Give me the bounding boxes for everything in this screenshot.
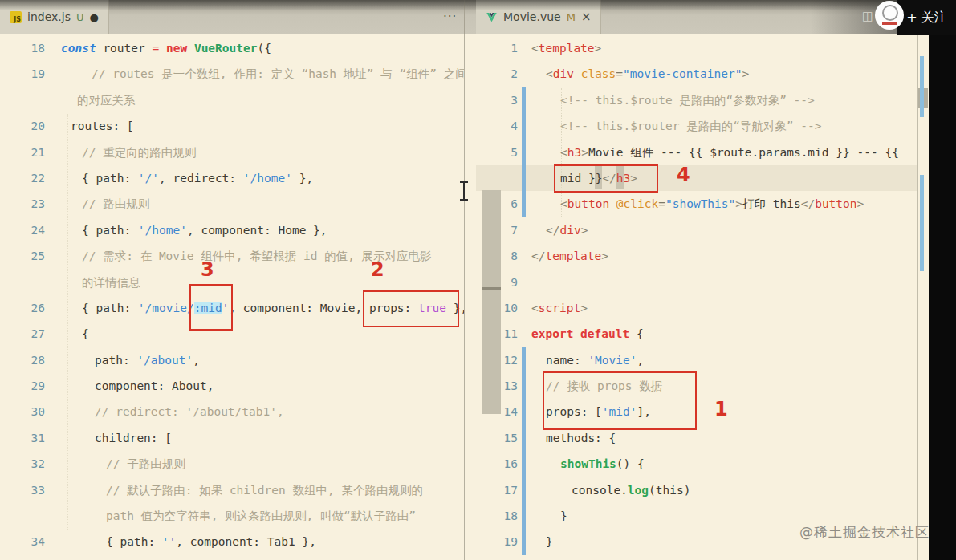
code-line[interactable]: 23// 路由规则 — [0, 191, 464, 217]
code-line[interactable]: 16showThis() { — [476, 451, 917, 477]
code-line[interactable]: 的对应关系 — [0, 87, 464, 113]
annotation-number-1: 1 — [714, 398, 728, 420]
code-text: name: 'Movie', — [531, 347, 644, 373]
code-line[interactable]: 29component: About, — [0, 373, 464, 399]
line-number: 2 — [476, 61, 518, 87]
overview-ruler-border — [917, 34, 918, 560]
line-number: 22 — [0, 165, 45, 191]
scrollbar-tick — [482, 287, 501, 290]
vue-icon — [486, 12, 498, 22]
code-text: // 路由规则 — [61, 191, 149, 217]
vscode-window: JS index.js U ● ··· Movie.vue M × ◫ + 关注… — [0, 0, 956, 560]
code-line[interactable]: 19// routes 是一个数组, 作用: 定义 “hash 地址” 与 “组… — [0, 61, 464, 87]
code-line[interactable]: path 值为空字符串, 则这条路由规则, 叫做“默认子路由” — [0, 503, 464, 529]
code-line[interactable]: 7</div> — [476, 217, 917, 243]
code-line[interactable]: 3<!-- this.$route 是路由的“参数对象” --> — [476, 87, 917, 113]
tab-label: index.js — [27, 10, 71, 23]
unsaved-dot-icon: ● — [89, 12, 98, 22]
code-text: path 值为空字符串, 则这条路由规则, 叫做“默认子路由” — [61, 503, 416, 529]
line-number — [476, 165, 518, 191]
code-text: <script> — [531, 295, 588, 321]
code-text: routes: [ — [61, 113, 134, 139]
code-line[interactable]: 11export default { — [476, 321, 917, 347]
code-text: // 重定向的路由规则 — [61, 140, 196, 165]
line-number: 27 — [0, 321, 45, 347]
tab-label: Movie.vue — [503, 10, 561, 23]
line-number: 15 — [476, 425, 518, 451]
line-number: 16 — [476, 451, 518, 477]
code-line[interactable]: 17console.log(this) — [476, 477, 917, 503]
code-line[interactable]: 34{ path: '', component: Tab1 }, — [0, 529, 464, 554]
video-letterbox — [929, 0, 956, 560]
git-status-modified: M — [567, 11, 576, 23]
vertical-scrollbar[interactable] — [482, 190, 501, 414]
code-text: <!-- this.$route 是路由的“参数对象” --> — [531, 87, 815, 113]
code-text: { path: '/home', component: Home }, — [61, 217, 327, 243]
line-number: 26 — [0, 295, 45, 321]
code-text: { path: '/', redirect: '/home' }, — [61, 165, 313, 191]
line-number: 31 — [0, 425, 45, 451]
code-text: </template> — [531, 243, 608, 269]
site-watermark: @稀土掘金技术社区 — [799, 523, 930, 542]
tab-bar: JS index.js U ● ··· Movie.vue M × ◫ — [0, 0, 956, 34]
line-number: 23 — [0, 191, 45, 217]
overview-change-mark — [920, 56, 924, 117]
javascript-file-icon: JS — [10, 11, 22, 23]
code-line[interactable]: 32// 子路由规则 — [0, 451, 464, 477]
line-number: 21 — [0, 140, 45, 165]
editor-more-actions[interactable]: ··· — [443, 0, 457, 34]
code-text: path: '/about', — [61, 347, 200, 373]
streamer-avatar[interactable] — [875, 1, 904, 30]
code-line[interactable]: 21// 重定向的路由规则 — [0, 140, 464, 165]
code-line[interactable]: 33// 默认子路由: 如果 children 数组中, 某个路由规则的 — [0, 477, 464, 503]
code-line[interactable]: 18const router = new VueRouter({ — [0, 35, 464, 61]
code-line[interactable]: 8</template> — [476, 243, 917, 269]
code-line[interactable]: 2<div class="movie-container"> — [476, 61, 917, 87]
line-number: 32 — [0, 451, 45, 477]
line-number: 20 — [0, 113, 45, 139]
pane-divider[interactable] — [464, 34, 465, 560]
editor-group-separator — [464, 0, 465, 34]
code-line[interactable]: 4<!-- this.$router 是路由的“导航对象” --> — [476, 113, 917, 139]
code-line[interactable]: 10<script> — [476, 295, 917, 321]
code-text: console.log(this) — [531, 477, 690, 503]
git-status-untracked: U — [76, 11, 84, 23]
code-line[interactable]: 5<h3>Movie 组件 --- {{ $route.params.mid }… — [476, 140, 917, 165]
code-line[interactable]: 20routes: [ — [0, 113, 464, 139]
code-line[interactable]: 12name: 'Movie', — [476, 347, 917, 373]
code-line[interactable]: 28path: '/about', — [0, 347, 464, 373]
code-text: // routes 是一个数组, 作用: 定义 “hash 地址” 与 “组件”… — [61, 61, 464, 87]
tab-indexjs[interactable]: JS index.js U ● — [0, 0, 109, 34]
code-line[interactable]: 6<button @click="showThis">打印 this</butt… — [476, 191, 917, 217]
editor-pane-movievue[interactable]: 1<template>2<div class="movie-container"… — [476, 34, 917, 560]
code-line[interactable]: 1<template> — [476, 35, 917, 61]
line-number: 1 — [476, 35, 518, 61]
code-line[interactable]: 22{ path: '/', redirect: '/home' }, — [0, 165, 464, 191]
overview-change-mark — [920, 175, 924, 271]
close-icon[interactable]: × — [581, 10, 592, 24]
annotation-number-4: 4 — [677, 164, 690, 186]
code-line[interactable]: 30// redirect: '/about/tab1', — [0, 399, 464, 424]
code-line[interactable]: mid }}</h3> — [476, 165, 917, 191]
code-line[interactable]: 24{ path: '/home', component: Home }, — [0, 217, 464, 243]
follow-button[interactable]: + 关注 — [897, 0, 956, 35]
tab-movievue[interactable]: Movie.vue M × — [476, 0, 601, 34]
mouse-cursor-ibeam — [458, 181, 470, 201]
line-number: 33 — [0, 477, 45, 503]
code-text: { — [61, 321, 89, 347]
code-line[interactable]: 9 — [476, 270, 917, 295]
line-number: 25 — [0, 243, 45, 269]
line-number: 30 — [0, 399, 45, 424]
line-number — [0, 503, 45, 529]
code-text: showThis() { — [531, 451, 645, 477]
line-number: 29 — [0, 373, 45, 399]
line-number: 5 — [476, 140, 518, 165]
code-line[interactable]: 31children: [ — [0, 425, 464, 451]
line-number: 17 — [476, 477, 518, 503]
split-editor-icon[interactable]: ◫ — [862, 9, 873, 23]
code-text: <!-- this.$router 是路由的“导航对象” --> — [531, 113, 822, 139]
code-line[interactable]: 25// 需求: 在 Movie 组件中, 希望根据 id 的值, 展示对应电影 — [0, 243, 464, 269]
code-text: // 默认子路由: 如果 children 数组中, 某个路由规则的 — [61, 477, 423, 503]
code-text: // redirect: '/about/tab1', — [61, 399, 284, 424]
annotation-number-3: 3 — [201, 258, 214, 281]
